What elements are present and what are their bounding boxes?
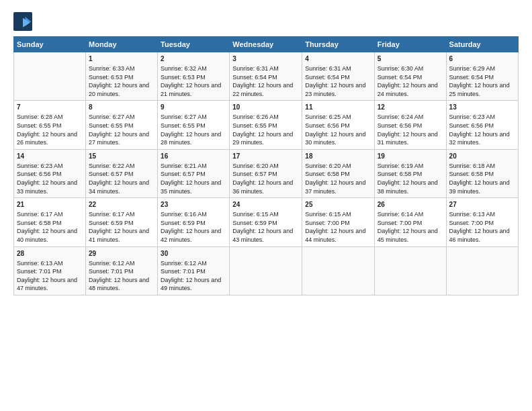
sunset-text: Sunset: 6:55 PM [232, 122, 277, 129]
daylight-text: Daylight: 12 hours and 43 minutes. [232, 228, 293, 243]
header-day-tuesday: Tuesday [158, 37, 230, 52]
day-number: 5 [378, 54, 443, 64]
day-number: 18 [305, 152, 371, 161]
calendar-cell: 7Sunrise: 6:28 AMSunset: 6:55 PMDaylight… [14, 101, 86, 149]
calendar-cell: 14Sunrise: 6:23 AMSunset: 6:56 PMDayligh… [14, 149, 86, 197]
calendar-week-1: 1Sunrise: 6:33 AMSunset: 6:53 PMDaylight… [14, 52, 519, 101]
daylight-text: Daylight: 12 hours and 31 minutes. [378, 131, 438, 146]
sunrise-text: Sunrise: 6:20 AM [232, 163, 279, 169]
daylight-text: Daylight: 12 hours and 25 minutes. [449, 82, 510, 97]
daylight-text: Daylight: 12 hours and 34 minutes. [89, 179, 149, 195]
header-day-monday: Monday [86, 37, 158, 52]
sunset-text: Sunset: 7:00 PM [378, 220, 423, 226]
sunrise-text: Sunrise: 6:26 AM [232, 113, 279, 120]
calendar-cell: 12Sunrise: 6:24 AMSunset: 6:56 PMDayligh… [374, 101, 446, 149]
calendar-cell: 28Sunrise: 6:13 AMSunset: 7:01 PMDayligh… [14, 246, 86, 295]
daylight-text: Daylight: 12 hours and 30 minutes. [305, 131, 365, 146]
sunrise-text: Sunrise: 6:15 AM [305, 211, 351, 218]
sunset-text: Sunset: 7:00 PM [305, 220, 350, 226]
calendar-week-2: 7Sunrise: 6:28 AMSunset: 6:55 PMDaylight… [14, 101, 519, 149]
daylight-text: Daylight: 12 hours and 26 minutes. [17, 131, 77, 146]
day-number: 20 [449, 152, 515, 161]
calendar-cell: 6Sunrise: 6:29 AMSunset: 6:54 PMDaylight… [446, 52, 518, 101]
sunrise-text: Sunrise: 6:17 AM [17, 211, 63, 218]
sunset-text: Sunset: 6:54 PM [305, 74, 350, 81]
day-number: 3 [232, 54, 299, 64]
sunrise-text: Sunrise: 6:28 AM [17, 113, 63, 120]
sunset-text: Sunset: 6:59 PM [161, 220, 206, 226]
header-day-sunday: Sunday [14, 37, 86, 52]
header-day-wednesday: Wednesday [230, 37, 302, 52]
daylight-text: Daylight: 12 hours and 22 minutes. [232, 82, 293, 97]
daylight-text: Daylight: 12 hours and 48 minutes. [89, 277, 149, 292]
sunset-text: Sunset: 6:57 PM [161, 171, 206, 177]
calendar-cell [302, 246, 374, 295]
sunrise-text: Sunrise: 6:12 AM [89, 260, 135, 267]
sunrise-text: Sunrise: 6:24 AM [378, 113, 424, 120]
sunset-text: Sunset: 7:00 PM [449, 220, 494, 226]
sunrise-text: Sunrise: 6:29 AM [449, 65, 496, 72]
sunset-text: Sunset: 6:55 PM [89, 122, 134, 129]
daylight-text: Daylight: 12 hours and 38 minutes. [378, 179, 438, 195]
daylight-text: Daylight: 12 hours and 45 minutes. [378, 228, 438, 243]
sunset-text: Sunset: 6:56 PM [378, 122, 423, 129]
calendar-week-5: 28Sunrise: 6:13 AMSunset: 7:01 PMDayligh… [14, 246, 519, 295]
calendar-cell: 21Sunrise: 6:17 AMSunset: 6:58 PMDayligh… [14, 198, 86, 246]
calendar-cell: 10Sunrise: 6:26 AMSunset: 6:55 PMDayligh… [230, 101, 302, 149]
day-number: 25 [305, 200, 371, 210]
calendar-cell: 20Sunrise: 6:18 AMSunset: 6:58 PMDayligh… [446, 149, 518, 197]
daylight-text: Daylight: 12 hours and 32 minutes. [449, 131, 510, 146]
calendar-week-4: 21Sunrise: 6:17 AMSunset: 6:58 PMDayligh… [14, 198, 519, 246]
calendar-cell: 30Sunrise: 6:12 AMSunset: 7:01 PMDayligh… [158, 246, 230, 295]
day-number: 2 [161, 54, 226, 64]
logo-icon [13, 12, 32, 31]
day-number: 9 [161, 103, 226, 112]
day-number: 24 [232, 200, 299, 210]
day-number: 22 [89, 200, 154, 210]
sunset-text: Sunset: 6:58 PM [17, 220, 62, 226]
header-row: SundayMondayTuesdayWednesdayThursdayFrid… [14, 37, 519, 52]
sunset-text: Sunset: 6:54 PM [449, 74, 494, 81]
day-number: 16 [161, 152, 226, 161]
calendar-cell: 3Sunrise: 6:31 AMSunset: 6:54 PMDaylight… [230, 52, 302, 101]
calendar-cell: 11Sunrise: 6:25 AMSunset: 6:56 PMDayligh… [302, 101, 374, 149]
day-number: 11 [305, 103, 371, 112]
daylight-text: Daylight: 12 hours and 46 minutes. [449, 228, 510, 243]
daylight-text: Daylight: 12 hours and 39 minutes. [449, 179, 510, 195]
daylight-text: Daylight: 12 hours and 33 minutes. [17, 179, 77, 195]
sunrise-text: Sunrise: 6:22 AM [89, 163, 135, 169]
day-number: 10 [232, 103, 299, 112]
sunset-text: Sunset: 6:58 PM [378, 171, 423, 177]
sunrise-text: Sunrise: 6:20 AM [305, 163, 351, 169]
sunset-text: Sunset: 7:01 PM [161, 268, 206, 275]
sunrise-text: Sunrise: 6:19 AM [378, 163, 424, 169]
sunrise-text: Sunrise: 6:30 AM [378, 65, 424, 72]
daylight-text: Daylight: 12 hours and 41 minutes. [89, 228, 149, 243]
day-number: 15 [89, 152, 154, 161]
daylight-text: Daylight: 12 hours and 42 minutes. [161, 228, 221, 243]
logo [13, 12, 35, 31]
sunset-text: Sunset: 6:56 PM [17, 171, 62, 177]
calendar-cell: 29Sunrise: 6:12 AMSunset: 7:01 PMDayligh… [86, 246, 158, 295]
day-number: 29 [89, 249, 154, 259]
daylight-text: Daylight: 12 hours and 37 minutes. [305, 179, 365, 195]
sunrise-text: Sunrise: 6:23 AM [17, 163, 63, 169]
sunset-text: Sunset: 7:01 PM [89, 268, 134, 275]
sunrise-text: Sunrise: 6:17 AM [89, 211, 135, 218]
daylight-text: Daylight: 12 hours and 20 minutes. [89, 82, 149, 97]
header-day-saturday: Saturday [446, 37, 518, 52]
calendar-cell: 2Sunrise: 6:32 AMSunset: 6:53 PMDaylight… [158, 52, 230, 101]
calendar-cell: 1Sunrise: 6:33 AMSunset: 6:53 PMDaylight… [86, 52, 158, 101]
sunrise-text: Sunrise: 6:25 AM [305, 113, 351, 120]
daylight-text: Daylight: 12 hours and 47 minutes. [17, 277, 77, 292]
daylight-text: Daylight: 12 hours and 49 minutes. [161, 277, 221, 292]
daylight-text: Daylight: 12 hours and 21 minutes. [161, 82, 221, 97]
page: SundayMondayTuesdayWednesdayThursdayFrid… [0, 0, 532, 411]
daylight-text: Daylight: 12 hours and 40 minutes. [17, 228, 77, 243]
header-day-friday: Friday [374, 37, 446, 52]
calendar-cell: 22Sunrise: 6:17 AMSunset: 6:59 PMDayligh… [86, 198, 158, 246]
sunset-text: Sunset: 6:58 PM [305, 171, 350, 177]
sunset-text: Sunset: 6:57 PM [232, 171, 277, 177]
sunrise-text: Sunrise: 6:31 AM [232, 65, 279, 72]
sunset-text: Sunset: 6:56 PM [449, 122, 494, 129]
